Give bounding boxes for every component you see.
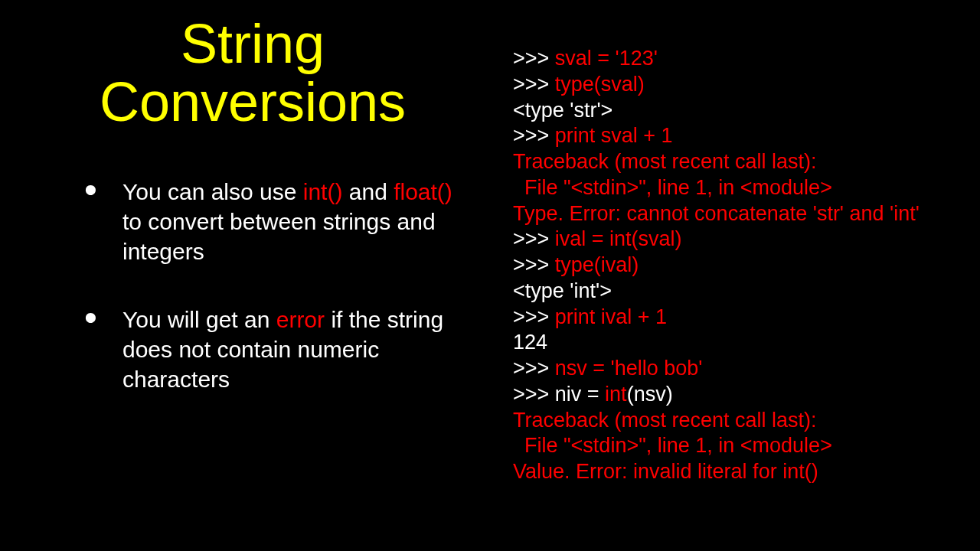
code-line: >>> print ival + 1 [513, 305, 949, 331]
prompt: >>> [513, 73, 555, 96]
prompt: >>> [513, 305, 555, 328]
prompt: >>> [513, 253, 555, 276]
code-error: File "<stdin>", line 1, in <module> [513, 433, 949, 459]
code-input: sval = '123' [555, 47, 658, 70]
code-block: >>> sval = '123' >>> type(sval) <type 's… [490, 15, 949, 536]
code-error: Traceback (most recent call last): [513, 149, 949, 175]
left-column: String Conversions You can also use int(… [31, 15, 490, 536]
slide-title: String Conversions [31, 15, 475, 131]
prompt: >>> [513, 357, 555, 380]
code-input: print ival + 1 [555, 305, 667, 328]
code-input: (nsv) [627, 383, 673, 406]
code-line: >>> type(ival) [513, 253, 949, 279]
highlight: float() [394, 179, 452, 204]
prompt: >>> [513, 47, 555, 70]
bullet-text: You will get an [122, 307, 276, 332]
code-line: >>> nsv = 'hello bob' [513, 356, 949, 382]
code-error: File "<stdin>", line 1, in <module> [513, 175, 949, 201]
slide: String Conversions You can also use int(… [0, 0, 980, 551]
prompt: >>> [513, 124, 555, 147]
highlight: int [605, 383, 627, 406]
code-input: ival = int(sval) [555, 227, 682, 250]
code-input: niv = [555, 383, 605, 406]
code-line: >>> ival = int(sval) [513, 227, 949, 253]
prompt: >>> [513, 227, 555, 250]
highlight: error [276, 307, 325, 332]
bullet-text: and [342, 179, 394, 204]
code-input: nsv = 'hello bob' [555, 357, 703, 380]
code-error: Value. Error: invalid literal for int() [513, 459, 949, 485]
code-line: >>> niv = int(nsv) [513, 382, 949, 408]
bullet-item: You will get an error if the string does… [84, 305, 475, 394]
code-error: Type. Error: cannot concatenate 'str' an… [513, 201, 949, 227]
bullet-text: You can also use [122, 179, 303, 204]
bullet-item: You can also use int() and float() to co… [84, 177, 475, 266]
code-line: 124 [513, 330, 949, 356]
code-error: Traceback (most recent call last): [513, 408, 949, 434]
code-line: >>> sval = '123' [513, 46, 949, 72]
code-input: type(sval) [555, 73, 645, 96]
prompt: >>> [513, 383, 555, 406]
code-line: <type 'int'> [513, 279, 949, 305]
code-line: <type 'str'> [513, 98, 949, 124]
bullet-text: to convert between strings and integers [122, 209, 436, 264]
code-line: >>> type(sval) [513, 72, 949, 98]
code-input: print sval + 1 [555, 124, 673, 147]
bullet-list: You can also use int() and float() to co… [84, 177, 475, 394]
code-line: >>> print sval + 1 [513, 123, 949, 149]
code-input: type(ival) [555, 253, 639, 276]
highlight: int() [303, 179, 343, 204]
